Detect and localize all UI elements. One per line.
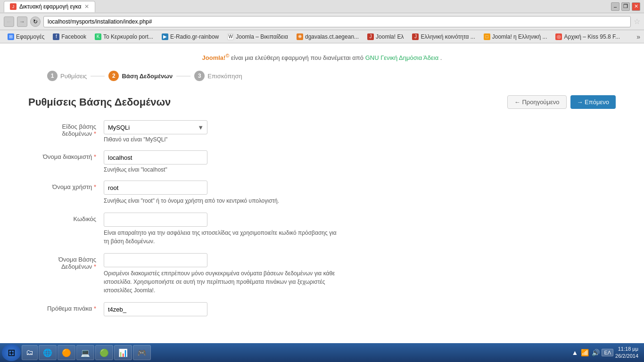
- bookmark-joomla-wiki[interactable]: WJoomla – Βικιπαίδεια: [223, 33, 292, 41]
- dbname-row: Όνομα ΒάσηςΔεδομένων * Ορισμένοι διακομι…: [28, 253, 616, 295]
- eradio-label: E-Radio.gr-rainbow: [170, 33, 219, 40]
- maximize-button[interactable]: ❐: [621, 2, 630, 11]
- joomla-el2-label: Joomla! η Ελληνική ...: [492, 33, 547, 40]
- username-hint: Συνήθως είναι "root" ή το όνομα χρήστη α…: [104, 197, 339, 205]
- bookmark-joomla-el2[interactable]: □Joomla! η Ελληνική ...: [480, 33, 551, 41]
- browser-titlebar: J Δικτυακή εφαρμογή εγκα ✕ – ❐ ✕: [0, 0, 644, 13]
- bookmarks-bar: ⊞ΕφαρμογέςfFacebookKΤο Κερκυραίο port...…: [0, 30, 644, 43]
- ell-koinotita-favicon: J: [412, 33, 419, 40]
- kerkyra-favicon: K: [95, 33, 101, 40]
- dgavalas-label: dgavalas.ct.aegean...: [305, 33, 359, 40]
- step-3-number: 3: [194, 71, 205, 81]
- username-label: Όνομα χρήστη *: [28, 181, 104, 190]
- db-type-row: Είδος βάσηςδεδομένων * MySQLi MySQL Post…: [28, 120, 616, 143]
- kiss-favicon: ◎: [555, 33, 562, 40]
- joomla-el2-favicon: □: [484, 33, 490, 40]
- joomla-el-label: Joomla! Ελ: [376, 33, 404, 40]
- password-field: Είναι απαραίτητο για την ασφάλεια της ισ…: [104, 213, 616, 246]
- step-2-number: 2: [108, 71, 119, 81]
- db-type-hint: Πιθανό να είναι "MySQLi": [104, 136, 616, 143]
- minimize-button[interactable]: –: [611, 2, 619, 11]
- apps-favicon: ⊞: [8, 33, 14, 40]
- kerkyra-label: Το Κερκυραίο port...: [103, 33, 153, 40]
- bookmark-star-button[interactable]: ☆: [634, 17, 640, 26]
- password-row: Κωδικός Είναι απαραίτητο για την ασφάλει…: [28, 213, 616, 246]
- step-separator-1: [91, 76, 105, 76]
- refresh-button[interactable]: ↻: [30, 16, 41, 27]
- bookmark-ell-koinotita[interactable]: JΕλληνική κοινότητα ...: [408, 33, 479, 41]
- db-type-field: MySQLi MySQL PostgreSQL SQLite ▼ Πιθανό …: [104, 120, 616, 143]
- db-type-select[interactable]: MySQLi MySQL PostgreSQL SQLite: [104, 120, 207, 134]
- dbname-label: Όνομα ΒάσηςΔεδομένων *: [28, 253, 104, 270]
- joomla-wiki-favicon: W: [227, 33, 234, 40]
- eradio-favicon: ▶: [162, 33, 168, 40]
- joomla-header-period: .: [440, 54, 442, 61]
- tab-favicon: J: [10, 3, 17, 10]
- page-content: Joomla!© είναι μια ελεύθερη εφαρμογή που…: [0, 43, 644, 343]
- close-button[interactable]: ✕: [632, 2, 640, 11]
- tab-close-button[interactable]: ✕: [84, 3, 89, 10]
- step-separator-2: [176, 76, 190, 76]
- joomla-wiki-label: Joomla – Βικιπαίδεια: [236, 33, 288, 40]
- browser-toolbar: ← → ↻ ☆: [0, 13, 644, 30]
- username-field: Συνήθως είναι "root" ή το όνομα χρήστη α…: [104, 181, 616, 205]
- dbname-field: Ορισμένοι διακομιστές επιτρέπουν μόνο συ…: [104, 253, 616, 295]
- browser-tab[interactable]: J Δικτυακή εφαρμογή εγκα ✕: [4, 1, 95, 12]
- wizard-steps: 1 Ρυθμίσεις 2 Βάση Δεδομένων 3 Επισκόπησ…: [28, 71, 616, 81]
- db-type-label: Είδος βάσηςδεδομένων *: [28, 120, 104, 137]
- back-button[interactable]: ←: [4, 16, 14, 27]
- dgavalas-favicon: ❋: [297, 33, 303, 40]
- step-1-label: Ρυθμίσεις: [60, 73, 87, 80]
- apps-label: Εφαρμογές: [16, 33, 44, 40]
- address-bar[interactable]: [43, 16, 631, 27]
- db-type-select-wrapper: MySQLi MySQL PostgreSQL SQLite ▼: [104, 120, 207, 134]
- step-1-number: 1: [47, 71, 58, 81]
- page-title: Ρυθμίσεις Βάσης Δεδομένων: [28, 96, 171, 108]
- table-prefix-label: Πρόθεμα πινάκα *: [28, 302, 104, 312]
- tab-title: Δικτυακή εφαρμογή εγκα: [19, 3, 82, 10]
- bookmarks-more-button[interactable]: »: [636, 33, 640, 41]
- wizard-step-1[interactable]: 1 Ρυθμίσεις: [47, 71, 87, 81]
- hostname-hint: Συνήθως είναι "localhost": [104, 166, 616, 173]
- window-controls: – ❐ ✕: [611, 2, 640, 11]
- step-3-label: Επισκόπηση: [207, 73, 242, 80]
- bookmark-apps[interactable]: ⊞Εφαρμογές: [4, 33, 48, 41]
- hostname-field: Συνήθως είναι "localhost": [104, 150, 616, 173]
- password-label: Κωδικός: [28, 213, 104, 222]
- ell-koinotita-label: Ελληνική κοινότητα ...: [421, 33, 475, 40]
- step-2-label: Βάση Δεδομένων: [122, 73, 173, 80]
- facebook-label: Facebook: [61, 33, 86, 40]
- forward-button[interactable]: →: [17, 16, 27, 27]
- prev-button[interactable]: ← Προηγούμενο: [507, 95, 567, 109]
- password-input[interactable]: [104, 213, 207, 227]
- next-button[interactable]: → Επόμενο: [570, 95, 616, 109]
- joomla-header-text: είναι μια ελεύθερη εφαρμογή που διανέμετ…: [231, 54, 365, 61]
- bookmark-dgavalas[interactable]: ❋dgavalas.ct.aegean...: [293, 33, 363, 41]
- dbname-hint: Ορισμένοι διακομιστές επιτρέπουν μόνο συ…: [104, 269, 339, 295]
- dbname-input[interactable]: [104, 253, 207, 267]
- table-prefix-input[interactable]: [104, 302, 207, 316]
- joomla-el-favicon: J: [367, 33, 374, 40]
- bookmark-eradio[interactable]: ▶E-Radio.gr-rainbow: [158, 33, 223, 41]
- kiss-label: Αρχική – Kiss 95.8 F...: [564, 33, 620, 40]
- username-input[interactable]: [104, 181, 207, 195]
- joomla-header-notice: Joomla!© είναι μια ελεύθερη εφαρμογή που…: [28, 53, 616, 61]
- table-prefix-field: [104, 302, 616, 316]
- gnu-license-link[interactable]: GNU Γενική Δημόσια Άδεια: [365, 54, 439, 61]
- username-row: Όνομα χρήστη * Συνήθως είναι "root" ή το…: [28, 181, 616, 205]
- form-header: Ρυθμίσεις Βάσης Δεδομένων ← Προηγούμενο …: [28, 95, 616, 109]
- bookmark-joomla-el[interactable]: JJoomla! Ελ: [363, 33, 407, 41]
- navigation-buttons: ← Προηγούμενο → Επόμενο: [507, 95, 616, 109]
- bookmark-facebook[interactable]: fFacebook: [49, 33, 90, 41]
- hostname-input[interactable]: [104, 150, 207, 165]
- password-hint: Είναι απαραίτητο για την ασφάλεια της ισ…: [104, 229, 339, 246]
- bookmark-kerkyra[interactable]: KΤο Κερκυραίο port...: [91, 33, 157, 41]
- table-prefix-row: Πρόθεμα πινάκα *: [28, 302, 616, 316]
- hostname-row: Όνομα διακομιστή * Συνήθως είναι "localh…: [28, 150, 616, 173]
- wizard-step-3[interactable]: 3 Επισκόπηση: [194, 71, 242, 81]
- bookmark-kiss[interactable]: ◎Αρχική – Kiss 95.8 F...: [552, 33, 624, 41]
- wizard-step-2[interactable]: 2 Βάση Δεδομένων: [108, 71, 173, 81]
- hostname-label: Όνομα διακομιστή *: [28, 150, 104, 160]
- facebook-favicon: f: [53, 33, 59, 40]
- joomla-brand: Joomla!©: [202, 54, 230, 61]
